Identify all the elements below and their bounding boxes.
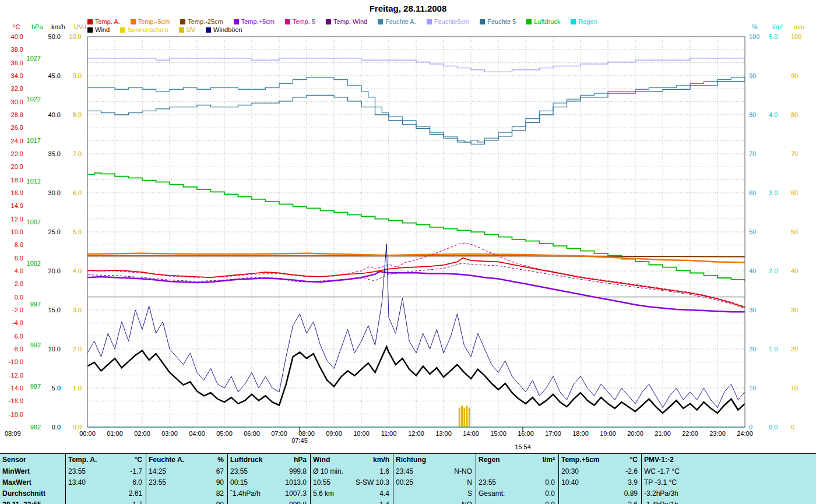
- axis-tick-label: 40.0: [48, 111, 61, 118]
- table-cell: N: [430, 477, 476, 488]
- axis-tick-label: -4.0: [12, 319, 23, 326]
- axis-title: UV-I: [74, 23, 86, 30]
- table-cell: ˆ1.4hPa/h: [227, 488, 268, 499]
- axis-min: 1009080706050403020100: [791, 33, 801, 431]
- axis-tick-label: 35.0: [48, 150, 61, 157]
- x-axis-label: 18:00: [572, 430, 589, 437]
- axis-tick-label: 0: [791, 424, 794, 431]
- table-cell: 14:25: [146, 466, 181, 477]
- table-header-cell: %: [181, 454, 227, 466]
- axis-tick-label: 10: [791, 385, 798, 392]
- axis-tick-label: 90: [791, 72, 798, 79]
- axis-tick-label: 997: [30, 301, 41, 308]
- axis-tick-label: 36.0: [11, 59, 23, 66]
- axis-tick-label: 9.0: [73, 72, 82, 79]
- axis-tick-label: 982: [30, 424, 41, 431]
- table-cell: -1.7: [96, 499, 146, 504]
- axis-tick-label: 24.0: [11, 138, 23, 144]
- table-cell: 67: [181, 466, 227, 477]
- table-cell: 10:55: [310, 477, 347, 488]
- x-axis-label: 11:00: [381, 430, 397, 437]
- table-cell: 90: [181, 499, 227, 504]
- axis-tick-label: 5.0: [769, 33, 778, 40]
- x-axis-label: 21:00: [655, 430, 671, 437]
- axis-tick-label: 2.0: [73, 346, 82, 353]
- table-cell: -3.2hPa/3h: [641, 488, 816, 499]
- table-cell: Gesamt:: [476, 488, 513, 499]
- axis-tick-label: 25.0: [48, 228, 61, 235]
- axis-tick-label: 5.0: [73, 228, 82, 235]
- table-cell: 23:55: [227, 466, 268, 477]
- axis-tick-label: 60: [749, 189, 756, 196]
- axis-tick-label: 6.0: [15, 255, 23, 262]
- axis-tick-label: 1.0: [769, 346, 778, 353]
- axis-tick-label: 50: [791, 228, 798, 235]
- axis-tick-label: 20: [749, 346, 756, 353]
- axis-tick-label: 40: [749, 267, 756, 274]
- table-header-cell: l/m²: [513, 454, 558, 466]
- x-axis-label: 02:00: [134, 430, 150, 437]
- table-cell: Durchschnitt: [0, 488, 65, 499]
- axis-tick-label: 38.0: [11, 46, 23, 53]
- axis-tick-label: 30.0: [48, 189, 61, 196]
- axis-tick-label: 14.0: [11, 202, 23, 209]
- series-temp-+5cm: [87, 272, 745, 312]
- axis-tick-label: -6.0: [12, 333, 23, 340]
- series-group: [87, 58, 745, 427]
- table-cell: [558, 488, 597, 499]
- axis-lm2: 5.04.03.02.01.00.0: [769, 33, 778, 431]
- table-header-cell: Sensor: [0, 454, 65, 466]
- time-annotation: 08:09: [5, 430, 21, 437]
- grid: [87, 37, 745, 427]
- axis-tick-label: 22.0: [11, 150, 23, 157]
- axis-pct: 1009080706050403020100: [749, 33, 759, 431]
- table-header-cell: hPa: [268, 454, 310, 466]
- table-cell: -2.6: [597, 499, 641, 504]
- table-header-cell: Feuchte A.: [146, 454, 181, 466]
- axis-tick-label: 1022: [27, 96, 41, 103]
- axis-tick-label: 12.0: [11, 216, 23, 223]
- table-cell: 20:30: [558, 466, 597, 477]
- table-cell: 00:25: [393, 477, 430, 488]
- time-annotation: 07:45: [291, 437, 308, 444]
- x-axis-label: 16:00: [518, 430, 534, 437]
- axis-tick-label: 15.0: [48, 306, 61, 313]
- axis-title: min: [794, 23, 804, 30]
- table-header-cell: Temp. A.: [65, 454, 96, 466]
- axis-tick-label: 10.0: [69, 33, 82, 40]
- axis-tick-label: 28.0: [11, 111, 23, 118]
- table-header-cell: Temp.+5cm: [558, 454, 597, 466]
- axis-tick-label: -8.0: [12, 346, 23, 353]
- table-cell: [146, 488, 181, 499]
- axis-tick-label: 80: [749, 111, 756, 118]
- axis-tick-label: 100: [791, 33, 801, 40]
- table-header-cell: Luftdruck: [227, 454, 268, 466]
- x-axis-label: 13:00: [435, 430, 452, 437]
- table-cell: 0.0: [513, 488, 558, 499]
- time-annotation: 15:54: [515, 443, 531, 450]
- axis-tick-label: 70: [749, 150, 756, 157]
- axis-title: °C: [13, 23, 20, 30]
- axis-tick-label: 20: [791, 346, 798, 353]
- table-cell: 4.4: [347, 488, 393, 499]
- axis-tick-label: 30: [791, 306, 798, 313]
- table-cell: 5,6 km: [310, 488, 347, 499]
- table-cell: [476, 499, 513, 504]
- axis-tick-label: 30.0: [11, 98, 23, 105]
- table-cell: [65, 499, 96, 504]
- x-axis-label: 10:00: [353, 430, 370, 437]
- axis-tick-label: 40.0: [11, 33, 23, 40]
- axis-tick-label: 4.0: [769, 111, 778, 118]
- x-axis-label: 22:00: [682, 430, 698, 437]
- table-cell: [146, 499, 181, 504]
- axis-tick-label: 0.0: [769, 424, 778, 431]
- axis-tick-label: -16.0: [9, 397, 23, 404]
- x-axis-label: 17:00: [545, 430, 561, 437]
- axis-tick-label: 34.0: [11, 72, 23, 79]
- axis-tick-label: 30: [749, 306, 756, 313]
- sunshine-bar: [466, 406, 467, 427]
- table-cell: -1.7: [96, 466, 146, 477]
- table-cell: [65, 488, 96, 499]
- axis-tick-label: -10.0: [9, 358, 23, 365]
- axis-tick-label: 987: [30, 383, 41, 390]
